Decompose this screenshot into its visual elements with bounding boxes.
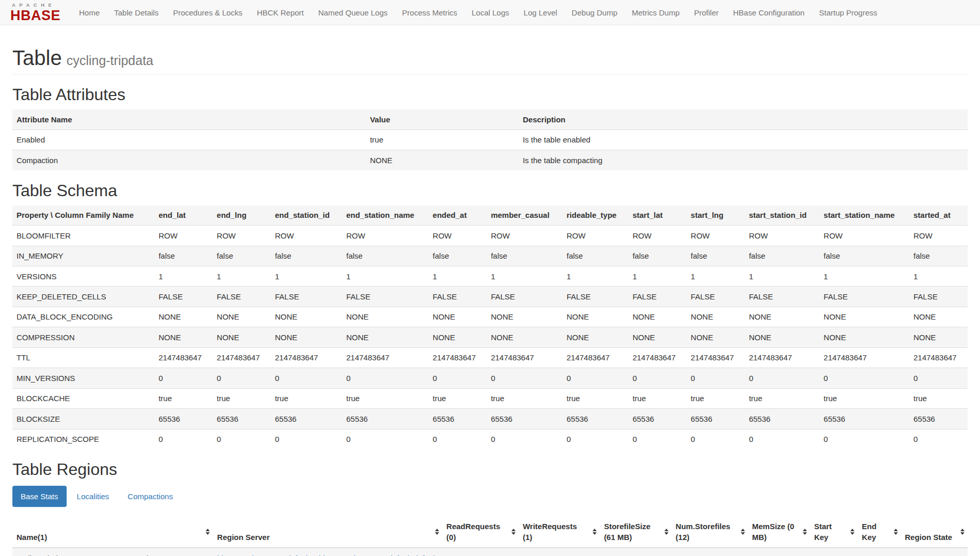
- schema-property-value: 0: [213, 429, 271, 449]
- schema-row-replication-scope: REPLICATION_SCOPE000000000000: [12, 429, 968, 449]
- schema-property-value: FALSE: [154, 287, 213, 307]
- schema-row-keep-deleted-cells: KEEP_DELETED_CELLSFALSEFALSEFALSEFALSEFA…: [12, 287, 968, 307]
- column-header-attribute-name: Attribute Name: [12, 109, 366, 130]
- sort-icon: [435, 529, 439, 535]
- schema-property-value: 2147483647: [271, 347, 342, 368]
- regions-table-body: cycling-tripdata,,1719475156245.e95d0a13…: [12, 548, 968, 556]
- region-column-writerequests-1[interactable]: WriteRequests (1): [519, 516, 600, 548]
- nav-link-hbase-configuration[interactable]: HBase Configuration: [726, 0, 812, 25]
- column-label: ReadRequests (0): [446, 522, 500, 542]
- schema-property-value: false: [819, 246, 909, 266]
- schema-property-value: NONE: [429, 307, 487, 327]
- schema-property-value: ROW: [213, 226, 271, 246]
- tab-compactions: Compactions: [119, 486, 181, 507]
- region-column-storefilesize-61-mb[interactable]: StorefileSize (61 MB): [600, 516, 672, 548]
- schema-property-value: 1: [342, 266, 428, 287]
- schema-property-value: FALSE: [819, 287, 909, 307]
- schema-property-value: NONE: [342, 327, 428, 347]
- region-end-key: [858, 548, 900, 556]
- region-column-readrequests-0[interactable]: ReadRequests (0): [442, 516, 519, 548]
- nav-link-local-logs[interactable]: Local Logs: [464, 0, 517, 25]
- region-column-memsize-0-mb[interactable]: MemSize (0 MB): [748, 516, 810, 548]
- schema-property-value: true: [271, 388, 342, 408]
- schema-property-value: false: [909, 246, 968, 266]
- column-family-member-casual: member_casual: [487, 205, 563, 226]
- schema-property-value: 0: [342, 368, 428, 388]
- schema-row-min-versions: MIN_VERSIONS000000000000: [12, 368, 968, 388]
- schema-property-value: true: [687, 388, 745, 408]
- tab-link-base-stats[interactable]: Base Stats: [12, 486, 67, 507]
- schema-property-value: 65536: [687, 409, 745, 429]
- schema-property-value: NONE: [563, 307, 629, 327]
- attribute-cell: Enabled: [12, 130, 366, 150]
- schema-property-value: 0: [271, 368, 342, 388]
- column-family-ended-at: ended_at: [429, 205, 487, 226]
- schema-property-value: 65536: [213, 409, 271, 429]
- column-label: MemSize (0 MB): [752, 522, 795, 542]
- nav-link-metrics-dump[interactable]: Metrics Dump: [625, 0, 687, 25]
- sort-icon: [894, 529, 898, 535]
- nav-item: Home: [72, 0, 107, 25]
- nav-link-table-details[interactable]: Table Details: [107, 0, 166, 25]
- schema-property-value: 1: [687, 266, 745, 287]
- schema-property-value: NONE: [213, 327, 271, 347]
- attributes-header-row: Attribute NameValueDescription: [12, 109, 968, 130]
- nav-link-startup-progress[interactable]: Startup Progress: [812, 0, 884, 25]
- schema-property-value: 2147483647: [429, 347, 487, 368]
- schema-property-value: 2147483647: [563, 347, 629, 368]
- schema-property-value: true: [342, 388, 428, 408]
- schema-property-value: true: [429, 388, 487, 408]
- nav-link-profiler[interactable]: Profiler: [687, 0, 726, 25]
- attribute-cell: NONE: [366, 150, 519, 170]
- nav-link-hbck-report[interactable]: HBCK Report: [250, 0, 311, 25]
- nav-link-debug-dump[interactable]: Debug Dump: [565, 0, 625, 25]
- region-server-link[interactable]: hbase-regionserver-default-0.hbase-regio…: [217, 554, 434, 556]
- schema-property-value: FALSE: [429, 287, 487, 307]
- regions-heading: Table Regions: [12, 460, 968, 479]
- schema-property-value: FALSE: [687, 287, 745, 307]
- region-column-end-key[interactable]: End Key: [858, 516, 900, 548]
- schema-property-value: NONE: [909, 327, 968, 347]
- nav-link-log-level[interactable]: Log Level: [517, 0, 565, 25]
- schema-property-value: NONE: [819, 327, 909, 347]
- nav-item: Process Metrics: [395, 0, 464, 25]
- schema-property-value: NONE: [563, 327, 629, 347]
- nav-link-named-queue-logs[interactable]: Named Queue Logs: [311, 0, 395, 25]
- column-label: Region Server: [217, 533, 270, 542]
- region-column-name-1[interactable]: Name(1): [12, 516, 213, 548]
- schema-property-value: NONE: [271, 327, 342, 347]
- schema-property-value: NONE: [819, 307, 909, 327]
- nav-link-home[interactable]: Home: [72, 0, 107, 25]
- region-region-server: hbase-regionserver-default-0.hbase-regio…: [213, 548, 442, 556]
- nav-item: Debug Dump: [565, 0, 625, 25]
- region-column-num-storefiles-12[interactable]: Num.Storefiles (12): [672, 516, 748, 548]
- schema-property-value: NONE: [687, 327, 745, 347]
- region-column-region-state[interactable]: Region State: [901, 516, 968, 548]
- tab-link-localities[interactable]: Localities: [69, 486, 118, 507]
- hbase-logo[interactable]: APACHE HBASE: [10, 2, 60, 23]
- schema-property-value: NONE: [487, 307, 563, 327]
- schema-property-value: 1: [819, 266, 909, 287]
- schema-corner-header: Property \ Column Family Name: [12, 205, 154, 226]
- schema-property-value: NONE: [213, 307, 271, 327]
- schema-property-value: 65536: [563, 409, 629, 429]
- column-label: Start Key: [814, 522, 832, 542]
- region-column-start-key[interactable]: Start Key: [810, 516, 858, 548]
- table-schema-section: Table Schema Property \ Column Family Na…: [12, 182, 968, 449]
- nav-item: HBase Configuration: [726, 0, 812, 25]
- schema-property-value: NONE: [745, 307, 820, 327]
- column-header-description: Description: [519, 109, 968, 130]
- schema-property-value: 65536: [271, 409, 342, 429]
- column-family-start-station-id: start_station_id: [745, 205, 820, 226]
- nav-link-process-metrics[interactable]: Process Metrics: [395, 0, 464, 25]
- region-write-requests: 1: [519, 548, 600, 556]
- nav-link-procedures-locks[interactable]: Procedures & Locks: [166, 0, 250, 25]
- schema-property-name: COMPRESSION: [12, 327, 154, 347]
- schema-property-value: 0: [487, 429, 563, 449]
- schema-property-value: ROW: [628, 226, 687, 246]
- region-column-region-server[interactable]: Region Server: [213, 516, 442, 548]
- schema-property-value: 2147483647: [687, 347, 745, 368]
- schema-property-value: true: [563, 388, 629, 408]
- tab-link-compactions[interactable]: Compactions: [119, 486, 181, 507]
- column-family-start-lng: start_lng: [687, 205, 745, 226]
